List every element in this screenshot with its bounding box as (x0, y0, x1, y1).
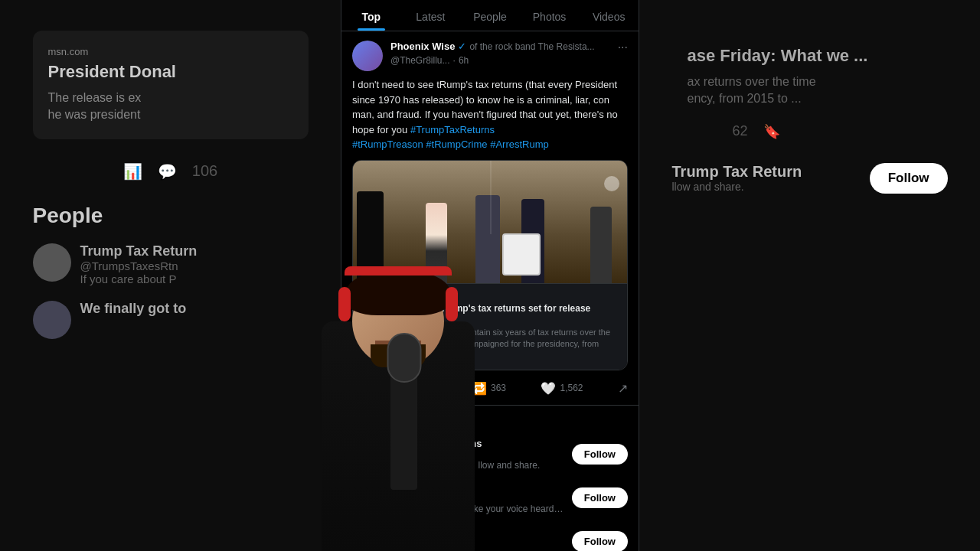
bg-person-2-info: We finally got to (80, 301, 187, 317)
tweet-author-name: Phoenix Wise (390, 41, 455, 52)
camera-flash (604, 176, 619, 191)
bg-stats-bar-icon: 📊 (123, 162, 142, 181)
bg-person-1-handle: @TrumpsTaxesRtn (80, 259, 198, 272)
bg-people-right: Trump Tax Return llow and share. Follow (672, 163, 948, 209)
tweet-avatar-img (352, 41, 383, 71)
bg-person-1-desc: If you care about P (80, 272, 198, 285)
bg-right-person-1-name: Trump Tax Return (672, 163, 802, 181)
headphone-right (446, 287, 458, 321)
bg-person-1-info: Trump Tax Return @TrumpsTaxesRtn If you … (80, 243, 198, 285)
tweet-timestamp: 6h (459, 55, 469, 66)
bg-stats-left: 📊 💬 106 (123, 162, 217, 181)
bg-person-1-name: Trump Tax Return (80, 243, 198, 259)
bg-right-icon: 🔖 (763, 123, 780, 140)
share-icon: ↗ (618, 381, 628, 396)
tweet-hashtag-2[interactable]: #tRumpTreason (352, 139, 423, 150)
bg-comment-count: 106 (192, 162, 217, 180)
tweet-name-row: Phoenix Wise ✓ of the rock band The Resi… (390, 41, 610, 66)
tweet-time: · (453, 55, 456, 66)
tweet-hashtag-4[interactable]: #ArrestRump (490, 139, 549, 150)
tweet-band: of the rock band The Resista... (469, 41, 594, 52)
headphone-band (345, 266, 452, 276)
bg-right-person-1: Trump Tax Return llow and share. Follow (672, 163, 948, 194)
bg-article-title: President Donal (48, 62, 293, 82)
streamer-hair (346, 269, 450, 315)
tab-top[interactable]: Top (341, 0, 401, 31)
bg-right-person-1-info: Trump Tax Return llow and share. (672, 163, 802, 193)
bg-person-2-name: We finally got to (80, 301, 187, 317)
background-right: ase Friday: What we ... ax returns over … (639, 0, 980, 551)
bg-follow-button[interactable]: Follow (870, 163, 948, 194)
headphone-left (338, 287, 351, 321)
tweet-avatar (352, 41, 383, 71)
tweet-header: Phoenix Wise ✓ of the rock band The Resi… (352, 41, 628, 71)
bg-right-count: 62 (732, 123, 747, 139)
microphone-head (387, 333, 421, 383)
tab-photos[interactable]: Photos (520, 0, 580, 31)
tweet-share[interactable]: ↗ (618, 381, 628, 396)
bg-person-2-avatar (33, 301, 71, 339)
bg-comment-icon: 💬 (158, 162, 177, 181)
microphone-stand (390, 352, 417, 490)
tab-people[interactable]: People (460, 0, 520, 31)
tweet-meta: Phoenix Wise ✓ of the rock band The Resi… (390, 41, 610, 66)
bg-right-person-1-desc: llow and share. (672, 181, 802, 193)
tweet-handle: @TheGr8illu... (390, 55, 450, 66)
tweet-more-button[interactable]: ··· (618, 41, 628, 54)
tweet-text: I don't need to see tRump's tax returns … (352, 77, 628, 152)
bg-article-right: ase Friday: What we ... ax returns over … (672, 31, 948, 123)
tab-latest[interactable]: Latest (401, 0, 461, 31)
bg-article-source: msn.com (48, 46, 293, 57)
bg-article-right-title: ase Friday: What we ... (688, 46, 933, 66)
figure-right (590, 207, 612, 283)
tab-videos[interactable]: Videos (579, 0, 639, 31)
bg-people-heading: People (33, 204, 309, 228)
bg-article-right-snippet: ax returns over the time ency, from 2015… (688, 73, 933, 108)
bg-stats-right: 62 🔖 (732, 123, 779, 140)
search-tabs: Top Latest People Photos Videos (341, 0, 639, 31)
streamer-overlay (214, 230, 582, 551)
tweet-verified-badge: ✓ (458, 41, 466, 52)
bg-person-1-avatar (33, 243, 71, 282)
bg-article-snippet: The release is ex he was president (48, 90, 293, 124)
tweet-hashtag-3[interactable]: #tRumpCrime (426, 139, 487, 150)
bg-article-left: msn.com President Donal The release is e… (33, 31, 309, 139)
corridor-line (490, 161, 492, 234)
tweet-hashtag-1[interactable]: #TrumpTaxReturns (410, 124, 495, 135)
